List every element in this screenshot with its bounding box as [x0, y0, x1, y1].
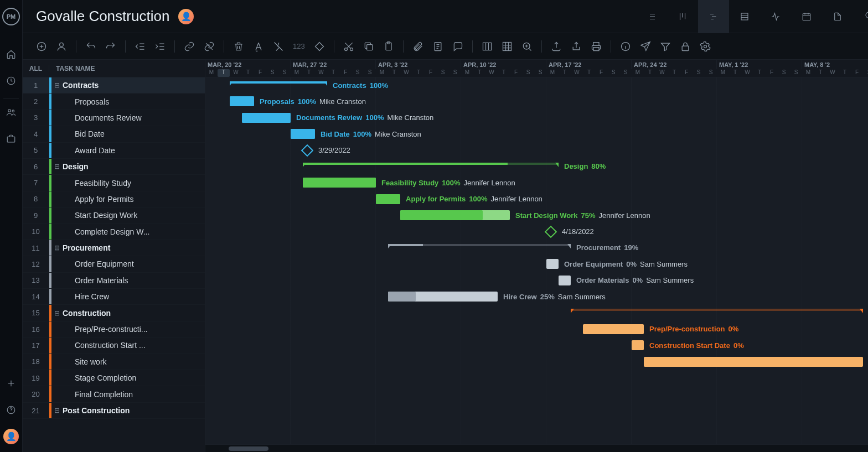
redo-icon[interactable]	[105, 41, 116, 52]
task-bar[interactable]	[632, 340, 644, 350]
text-style-icon[interactable]	[253, 41, 264, 52]
task-bar[interactable]	[291, 129, 315, 139]
task-bar[interactable]	[242, 113, 291, 123]
task-row[interactable]: 9 Start Design Work	[23, 207, 205, 224]
milestone-icon[interactable]	[314, 41, 325, 52]
notes-icon[interactable]	[432, 41, 443, 52]
task-row[interactable]: 17 Construction Start ...	[23, 337, 205, 354]
assign-icon[interactable]	[56, 41, 67, 52]
zoom-icon[interactable]	[521, 41, 533, 52]
gantt-row: Apply for Permits100%Jennifer Lennon	[205, 191, 868, 207]
column-taskname[interactable]: TASK NAME	[49, 65, 205, 72]
clear-format-icon[interactable]	[273, 41, 284, 52]
task-row[interactable]: 3 Documents Review	[23, 110, 205, 126]
task-bar[interactable]	[400, 210, 510, 220]
grid-icon[interactable]	[502, 41, 513, 52]
home-icon[interactable]	[0, 43, 22, 65]
svg-rect-16	[483, 43, 491, 50]
paste-icon[interactable]	[383, 41, 394, 52]
svg-point-9	[60, 43, 64, 46]
info-icon[interactable]	[620, 41, 631, 52]
settings-icon[interactable]	[700, 41, 711, 52]
copy-icon[interactable]	[363, 41, 374, 52]
view-calendar-icon[interactable]	[791, 0, 822, 33]
task-row[interactable]: 15 ⊟ Construction	[23, 305, 205, 321]
task-bar[interactable]	[230, 96, 254, 106]
svg-rect-20	[682, 46, 689, 50]
milestone-marker[interactable]	[545, 225, 557, 238]
attachment-icon[interactable]	[412, 41, 423, 52]
task-row[interactable]: 2 Proposals	[23, 93, 205, 110]
task-row[interactable]: 12 Order Equipment	[23, 256, 205, 272]
task-row[interactable]: 18 Site work	[23, 354, 205, 370]
milestone-marker[interactable]	[301, 144, 314, 157]
cut-icon[interactable]	[343, 41, 354, 52]
share-icon[interactable]	[571, 41, 582, 52]
task-bar[interactable]	[644, 357, 863, 367]
team-icon[interactable]	[0, 101, 22, 123]
task-bar[interactable]	[559, 276, 571, 285]
project-avatar[interactable]: 👤	[178, 9, 194, 24]
task-bar[interactable]	[303, 178, 376, 188]
app-logo[interactable]: PM	[2, 8, 20, 25]
unlink-icon[interactable]	[204, 41, 215, 52]
gantt-row	[205, 403, 868, 419]
comment-icon[interactable]	[452, 41, 463, 52]
send-icon[interactable]	[640, 41, 651, 52]
task-row[interactable]: 7 Feasibility Study	[23, 175, 205, 191]
task-row[interactable]: 5 Award Date	[23, 143, 205, 159]
svg-point-1	[8, 110, 11, 112]
indent-icon[interactable]	[154, 41, 166, 52]
delete-icon[interactable]	[233, 41, 244, 52]
gantt-row: Documents Review100%Mike Cranston	[205, 110, 868, 126]
task-row[interactable]: 8 Apply for Permits	[23, 191, 205, 207]
task-row[interactable]: 16 Prep/Pre-constructi...	[23, 321, 205, 337]
columns-icon[interactable]	[482, 41, 493, 52]
view-gantt-icon[interactable]	[698, 0, 729, 33]
gantt-row: Procurement19%	[205, 240, 868, 256]
add-icon[interactable]	[0, 372, 22, 394]
task-bar[interactable]	[376, 194, 400, 204]
view-sheet-icon[interactable]	[729, 0, 760, 33]
svg-point-10	[344, 48, 347, 50]
column-all[interactable]: ALL	[23, 65, 49, 72]
portfolio-icon[interactable]	[0, 128, 22, 150]
view-files-icon[interactable]	[822, 0, 853, 33]
task-row[interactable]: 19 Stage Completion	[23, 370, 205, 386]
link-icon[interactable]	[184, 41, 195, 52]
task-bar[interactable]	[583, 324, 644, 334]
summary-bar[interactable]	[303, 163, 559, 167]
print-icon[interactable]	[591, 41, 602, 52]
recent-icon[interactable]	[0, 70, 22, 92]
view-activity-icon[interactable]	[760, 0, 791, 33]
outdent-icon[interactable]	[135, 41, 146, 52]
task-bar[interactable]	[546, 259, 559, 269]
view-board-icon[interactable]	[667, 0, 698, 33]
task-row[interactable]: 4 Bid Date	[23, 126, 205, 142]
task-row[interactable]: 10 Complete Design W...	[23, 224, 205, 240]
task-row[interactable]: 11 ⊟ Procurement	[23, 240, 205, 256]
summary-bar[interactable]	[571, 309, 863, 313]
help-icon[interactable]	[0, 399, 22, 421]
task-row[interactable]: 1 ⊟ Contracts	[23, 77, 205, 93]
task-bar[interactable]	[388, 292, 498, 302]
add-task-icon[interactable]	[36, 41, 47, 52]
horizontal-scrollbar[interactable]	[205, 444, 868, 452]
summary-bar[interactable]	[230, 81, 327, 86]
task-list: ALL TASK NAME 1 ⊟ Contracts2 Proposals3 …	[23, 60, 205, 452]
task-row[interactable]: 20 Final Completion	[23, 386, 205, 402]
task-row[interactable]: 6 ⊟ Design	[23, 159, 205, 175]
task-row[interactable]: 14 Hire Crew	[23, 289, 205, 305]
filter-icon[interactable]	[660, 41, 671, 52]
summary-bar[interactable]	[388, 244, 571, 248]
gantt-row	[205, 305, 868, 321]
task-row[interactable]: 13 Order Materials	[23, 273, 205, 289]
undo-icon[interactable]	[85, 41, 96, 52]
view-list-icon[interactable]	[636, 0, 667, 33]
search-icon[interactable]	[864, 11, 868, 23]
user-avatar[interactable]: 👤	[0, 425, 22, 448]
task-row[interactable]: 21 ⊟ Post Construction	[23, 403, 205, 419]
export-icon[interactable]	[551, 41, 562, 52]
lock-icon[interactable]	[680, 41, 691, 52]
gantt-row: Prep/Pre-construction0%	[205, 321, 868, 337]
